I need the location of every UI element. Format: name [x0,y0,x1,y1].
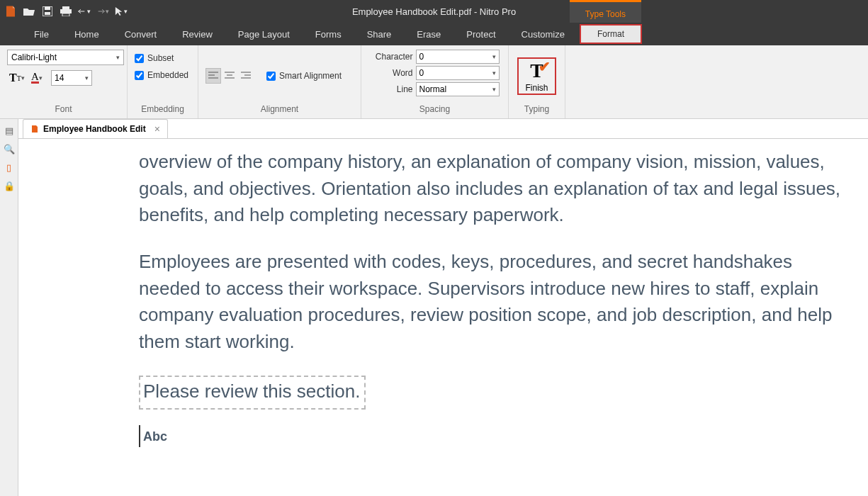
menu-page-layout[interactable]: Page Layout [225,24,303,45]
font-family-value: Calibri-Light [11,52,57,62]
svg-rect-3 [62,6,69,9]
line-spacing-label: Line [371,84,413,94]
menu-bar: File Home Convert Review Page Layout For… [0,23,868,45]
document-paragraph[interactable]: Employees are presented with codes, keys… [139,249,847,356]
group-label-typing: Typing [516,102,558,117]
group-label-embedding: Embedding [135,102,191,117]
menu-protect[interactable]: Protect [453,24,508,45]
character-spacing-label: Character [371,52,413,62]
text-edit-box[interactable]: Please review this section. [139,376,366,410]
text-style-button[interactable]: TT▾ [7,69,27,86]
character-spacing-input[interactable]: 0▾ [416,50,500,64]
undo-icon[interactable]: ▾ [78,5,91,18]
document-tab-label: Employee Handbook Edit [43,124,146,134]
svg-rect-4 [60,9,72,13]
chevron-down-icon: ▾ [116,54,120,61]
ribbon: Calibri-Light ▾ TT▾ A▾ 14 ▾ Font [0,45,868,119]
group-label-alignment: Alignment [205,102,354,117]
bookmarks-panel-icon[interactable]: ▯ [4,162,15,173]
pages-panel-icon[interactable]: ▤ [4,125,15,136]
document-paragraph[interactable]: overview of the company history, an expl… [139,149,847,229]
security-panel-icon[interactable]: 🔒 [4,180,15,191]
group-label-font: Font [7,102,120,117]
finish-button[interactable]: T✔ Finish [518,58,555,94]
close-tab-icon[interactable]: × [154,123,160,135]
svg-rect-2 [45,12,50,15]
app-icon [4,5,17,18]
title-bar: ▾ ▾ ▾ Employee Handbook Edit.pdf - Nitro… [0,0,868,23]
text-cursor-sample[interactable]: Abc [139,425,170,447]
smart-alignment-checkbox[interactable]: Smart Alignment [266,71,342,81]
menu-erase[interactable]: Erase [404,24,453,45]
window-title: Employee Handbook Edit.pdf - Nitro Pro [352,6,516,17]
menu-share[interactable]: Share [354,24,405,45]
save-icon[interactable] [41,5,54,18]
workspace: ▤ 🔍 ▯ 🔒 Employee Handbook Edit × overvie… [0,119,868,496]
document-tab-bar: Employee Handbook Edit × [18,119,868,139]
svg-rect-5 [62,13,69,16]
align-left-button[interactable] [205,68,221,84]
embedded-checkbox[interactable]: Embedded [135,70,188,80]
select-tool-icon[interactable]: ▾ [115,5,128,18]
menu-format[interactable]: Format [580,25,641,43]
menu-review[interactable]: Review [169,24,225,45]
finish-typing-icon: T✔ [530,61,543,81]
contextual-tab-type-tools[interactable]: Type Tools [570,0,641,23]
menu-convert[interactable]: Convert [112,24,170,45]
finish-label: Finish [525,83,548,93]
menu-file[interactable]: File [21,24,62,45]
document-icon [30,124,39,134]
group-label-spacing: Spacing [368,102,501,117]
search-panel-icon[interactable]: 🔍 [4,143,15,154]
print-icon[interactable] [60,5,72,18]
open-icon[interactable] [23,5,35,18]
line-spacing-input[interactable]: Normal▾ [416,82,500,96]
side-rail: ▤ 🔍 ▯ 🔒 [0,119,18,496]
word-spacing-label: Word [371,68,413,78]
menu-forms[interactable]: Forms [303,24,354,45]
subset-checkbox[interactable]: Subset [135,53,174,63]
svg-rect-1 [45,6,50,10]
menu-home[interactable]: Home [62,24,112,45]
align-right-button[interactable] [238,68,254,84]
redo-icon[interactable]: ▾ [96,5,109,18]
word-spacing-input[interactable]: 0▾ [416,66,500,80]
menu-customize[interactable]: Customize [509,24,577,45]
font-size-select[interactable]: 14 ▾ [51,70,92,86]
font-color-button[interactable]: A▾ [27,69,47,86]
document-tab[interactable]: Employee Handbook Edit × [23,119,168,138]
font-family-select[interactable]: Calibri-Light ▾ [7,50,124,65]
chevron-down-icon: ▾ [85,74,89,81]
font-size-value: 14 [55,73,64,83]
align-center-button[interactable] [222,68,237,84]
document-view[interactable]: overview of the company history, an expl… [18,139,868,496]
